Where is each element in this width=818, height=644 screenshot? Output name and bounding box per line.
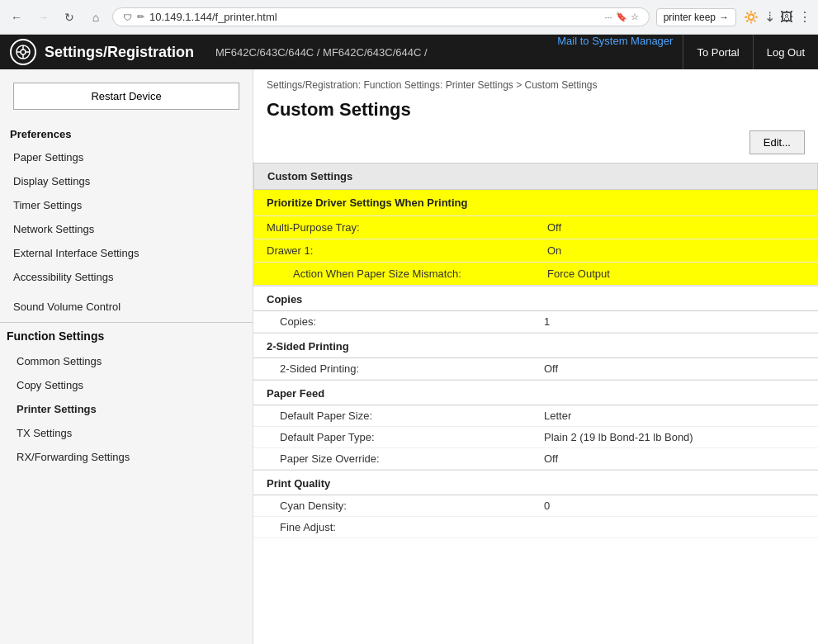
drawer1-value: On: [534, 239, 818, 263]
multi-purpose-row: Multi-Purpose Tray: Off: [253, 216, 818, 239]
prioritize-title-row: Prioritize Driver Settings When Printing: [253, 190, 818, 216]
browser-chrome: ← → ↻ ⌂ 🛡 ✏ 10.149.1.144/f_printer.html …: [0, 0, 818, 35]
default-paper-type-value: Plain 2 (19 lb Bond-21 lb Bond): [544, 431, 693, 443]
prioritize-section: Prioritize Driver Settings When Printing…: [253, 190, 818, 286]
sidebar-item-sound-volume[interactable]: Sound Volume Control: [0, 295, 253, 319]
sidebar-item-copy-settings[interactable]: Copy Settings: [0, 373, 253, 397]
logout-button[interactable]: Log Out: [753, 35, 818, 69]
custom-settings-section-header: Custom Settings: [253, 163, 818, 190]
sidebar-item-common-settings[interactable]: Common Settings: [0, 349, 253, 373]
paper-mismatch-row: Action When Paper Size Mismatch: Force O…: [253, 263, 818, 286]
multi-purpose-label: Multi-Purpose Tray:: [253, 216, 534, 239]
cyan-density-value: 0: [544, 500, 550, 512]
app-header: Settings/Registration MF642C/643C/644C /…: [0, 35, 818, 69]
default-paper-size-row: Default Paper Size: Letter: [253, 405, 818, 427]
search-text: printer keep: [664, 12, 716, 23]
two-sided-value: Off: [544, 362, 558, 375]
address-bar[interactable]: 🛡 ✏ 10.149.1.144/f_printer.html ··· 🔖 ☆: [112, 7, 650, 26]
app-model: MF642C/643C/644C / MF642C/643C/644C /: [215, 46, 428, 59]
default-paper-type-row: Default Paper Type: Plain 2 (19 lb Bond-…: [253, 427, 818, 448]
sidebar-item-external-interface[interactable]: External Interface Settings: [0, 241, 253, 265]
content-area: Prioritize Driver Settings When Printing…: [253, 190, 818, 538]
default-paper-size-label: Default Paper Size:: [280, 410, 544, 422]
default-paper-type-label: Default Paper Type:: [280, 431, 544, 443]
download-icon: ⇣: [764, 9, 775, 25]
two-sided-label: 2-Sided Printing:: [280, 362, 544, 375]
copies-value: 1: [544, 315, 550, 328]
copies-label: Copies:: [280, 315, 544, 328]
paper-feed-section-title: Paper Feed: [253, 380, 818, 405]
two-sided-section-title: 2-Sided Printing: [253, 333, 818, 358]
paper-mismatch-label: Action When Paper Size Mismatch:: [253, 263, 534, 286]
paper-mismatch-value: Force Output: [534, 263, 818, 286]
copies-row: Copies: 1: [253, 311, 818, 333]
paper-size-override-label: Paper Size Override:: [280, 452, 544, 465]
main-content: Settings/Registration: Function Settings…: [253, 69, 818, 644]
main-layout: Restart Device Preferences Paper Setting…: [0, 69, 818, 644]
multi-purpose-value: Off: [534, 216, 818, 239]
sidebar-item-tx-settings[interactable]: TX Settings: [0, 421, 253, 445]
portal-button[interactable]: To Portal: [683, 35, 752, 69]
fine-adjust-row: Fine Adjust:: [253, 517, 818, 538]
preferences-header: Preferences: [0, 123, 253, 145]
sidebar: Restart Device Preferences Paper Setting…: [0, 69, 253, 644]
url-text: 10.149.1.144/f_printer.html: [149, 11, 599, 23]
back-button[interactable]: ←: [7, 7, 26, 27]
app-header-actions: Mail to System Manager To Portal Log Out: [547, 35, 818, 69]
cyan-density-label: Cyan Density:: [280, 500, 544, 512]
browser-actions: 🔅 ⇣ 🖼 ⋮: [743, 9, 811, 25]
copies-section-title: Copies: [253, 286, 818, 310]
prioritize-title: Prioritize Driver Settings When Printing: [267, 197, 467, 209]
two-sided-row: 2-Sided Printing: Off: [253, 358, 818, 380]
app-title: Settings/Registration: [45, 44, 194, 61]
forward-button[interactable]: →: [33, 7, 53, 27]
sidebar-item-timer-settings[interactable]: Timer Settings: [0, 193, 253, 217]
paper-size-override-row: Paper Size Override: Off: [253, 448, 818, 470]
print-quality-section-title: Print Quality: [253, 470, 818, 495]
page-title: Custom Settings: [253, 96, 818, 130]
drawer1-label: Drawer 1:: [253, 239, 534, 263]
app-brand: Settings/Registration MF642C/643C/644C /…: [0, 39, 547, 65]
sidebar-item-printer-settings[interactable]: Printer Settings: [0, 397, 253, 421]
mask-icon: 🔅: [743, 9, 759, 25]
edit-btn-row: Edit...: [253, 130, 818, 163]
edit-button[interactable]: Edit...: [749, 130, 805, 154]
drawer1-row: Drawer 1: On: [253, 239, 818, 263]
default-paper-size-value: Letter: [544, 410, 571, 422]
cyan-density-row: Cyan Density: 0: [253, 495, 818, 517]
function-settings-header: Function Settings: [0, 322, 253, 349]
sidebar-item-accessibility[interactable]: Accessibility Settings: [0, 265, 253, 295]
mail-link[interactable]: Mail to System Manager: [547, 35, 683, 69]
app-logo: [10, 39, 36, 65]
home-button[interactable]: ⌂: [86, 7, 106, 27]
refresh-button[interactable]: ↻: [59, 7, 79, 27]
screen-icon: 🖼: [780, 10, 793, 25]
breadcrumb: Settings/Registration: Function Settings…: [253, 69, 818, 96]
svg-point-1: [21, 50, 26, 54]
sidebar-item-display-settings[interactable]: Display Settings: [0, 169, 253, 193]
search-bar[interactable]: printer keep →: [656, 8, 736, 26]
more-icon[interactable]: ⋮: [798, 9, 811, 25]
restart-device-button[interactable]: Restart Device: [13, 83, 239, 110]
sidebar-item-network-settings[interactable]: Network Settings: [0, 217, 253, 241]
paper-size-override-value: Off: [544, 452, 558, 465]
search-arrow: →: [719, 12, 729, 23]
sidebar-item-rx-forwarding[interactable]: RX/Forwarding Settings: [0, 445, 253, 469]
sidebar-item-paper-settings[interactable]: Paper Settings: [0, 145, 253, 169]
fine-adjust-label: Fine Adjust:: [280, 521, 544, 533]
